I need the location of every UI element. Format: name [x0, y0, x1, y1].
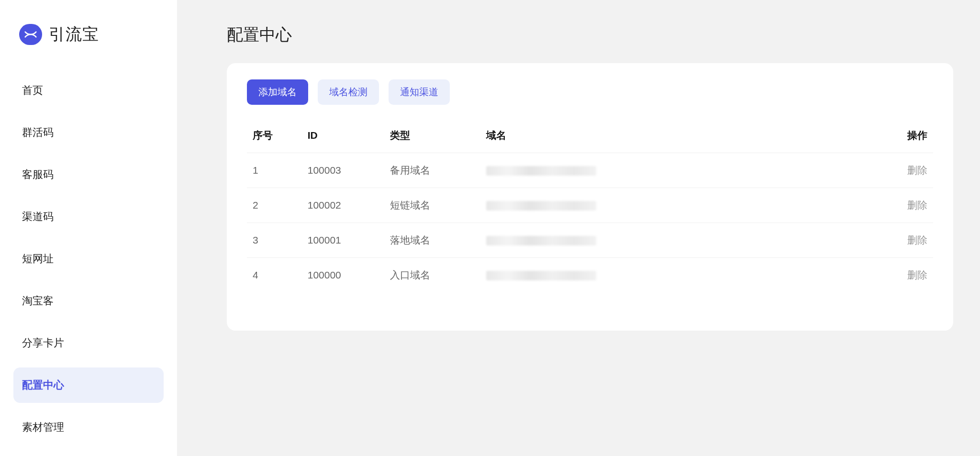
redacted-domain	[486, 271, 596, 280]
cell-seq: 1	[247, 153, 302, 188]
sidebar-item-short-url[interactable]: 短网址	[13, 241, 164, 277]
delete-link[interactable]: 删除	[907, 200, 927, 211]
cell-id: 100002	[302, 188, 384, 223]
table-row: 1 100003 备用域名 删除	[247, 153, 933, 188]
redacted-domain	[486, 236, 596, 245]
redacted-domain	[486, 201, 596, 211]
add-domain-button[interactable]: 添加域名	[247, 79, 308, 105]
table-header-type: 类型	[384, 118, 480, 153]
sidebar-item-service-code[interactable]: 客服码	[13, 157, 164, 192]
brand-logo-icon	[19, 24, 42, 45]
sidebar-item-material[interactable]: 素材管理	[13, 410, 164, 445]
cell-type: 短链域名	[384, 188, 480, 223]
main-content: 配置中心 添加域名 域名检测 通知渠道 序号 ID 类型 域名 操作	[177, 0, 980, 456]
table-row: 2 100002 短链域名 删除	[247, 188, 933, 223]
table-header-seq: 序号	[247, 118, 302, 153]
delete-link[interactable]: 删除	[907, 165, 927, 176]
page-title: 配置中心	[227, 24, 953, 46]
delete-link[interactable]: 删除	[907, 234, 927, 245]
delete-link[interactable]: 删除	[907, 269, 927, 280]
cell-domain	[480, 153, 824, 188]
table-header-id: ID	[302, 118, 384, 153]
cell-domain	[480, 188, 824, 223]
cell-seq: 4	[247, 258, 302, 293]
cell-seq: 3	[247, 223, 302, 258]
sidebar-nav: 首页 群活码 客服码 渠道码 短网址 淘宝客 分享卡片 配置中心 素材管理 账号…	[13, 73, 164, 456]
notify-channel-button[interactable]: 通知渠道	[389, 79, 450, 105]
table-header-domain: 域名	[480, 118, 824, 153]
check-domain-button[interactable]: 域名检测	[318, 79, 379, 105]
cell-id: 100001	[302, 223, 384, 258]
brand-name: 引流宝	[49, 23, 99, 45]
sidebar-item-home[interactable]: 首页	[13, 73, 164, 108]
config-card: 添加域名 域名检测 通知渠道 序号 ID 类型 域名 操作 1	[227, 63, 953, 331]
sidebar-item-group-code[interactable]: 群活码	[13, 115, 164, 150]
sidebar-item-channel-code[interactable]: 渠道码	[13, 199, 164, 234]
cell-type: 落地域名	[384, 223, 480, 258]
brand: 引流宝	[13, 23, 164, 63]
action-row: 添加域名 域名检测 通知渠道	[247, 79, 933, 105]
cell-seq: 2	[247, 188, 302, 223]
cell-type: 备用域名	[384, 153, 480, 188]
sidebar-item-account[interactable]: 账号管理	[13, 452, 164, 456]
table-row: 3 100001 落地域名 删除	[247, 223, 933, 258]
cell-id: 100003	[302, 153, 384, 188]
sidebar-item-share-card[interactable]: 分享卡片	[13, 325, 164, 361]
table-header-action: 操作	[824, 118, 933, 153]
table-row: 4 100000 入口域名 删除	[247, 258, 933, 293]
sidebar: 引流宝 首页 群活码 客服码 渠道码 短网址 淘宝客 分享卡片 配置中心 素材管…	[0, 0, 177, 456]
cell-domain	[480, 223, 824, 258]
sidebar-item-taobaoke[interactable]: 淘宝客	[13, 283, 164, 319]
sidebar-item-config-center[interactable]: 配置中心	[13, 367, 164, 403]
domain-table: 序号 ID 类型 域名 操作 1 100003 备用域名 删除	[247, 118, 933, 292]
cell-id: 100000	[302, 258, 384, 293]
cell-type: 入口域名	[384, 258, 480, 293]
redacted-domain	[486, 166, 596, 176]
cell-domain	[480, 258, 824, 293]
